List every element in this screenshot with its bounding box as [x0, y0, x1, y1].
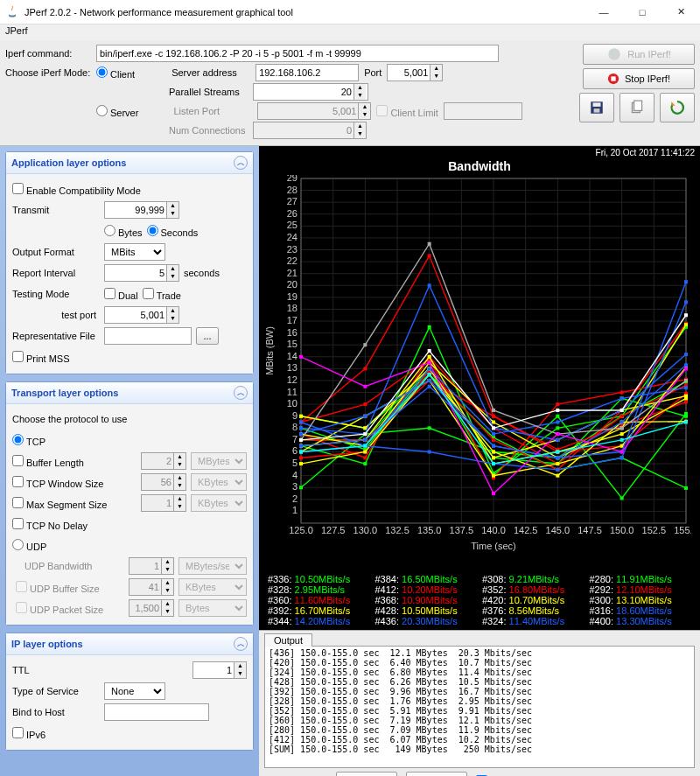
- svg-text:17: 17: [287, 315, 298, 325]
- dual-check[interactable]: Dual: [104, 288, 138, 301]
- tcp-win-check[interactable]: TCP Window Size: [12, 476, 103, 489]
- minimize-button[interactable]: —: [584, 0, 623, 24]
- svg-rect-104: [428, 325, 431, 329]
- output-textarea[interactable]: [436] 150.0-155.0 sec 12.1 MBytes 20.3 M…: [264, 646, 695, 768]
- svg-text:24: 24: [287, 232, 298, 242]
- bytes-radio[interactable]: Bytes: [104, 225, 143, 238]
- svg-rect-137: [299, 456, 303, 459]
- svg-text:152.5: 152.5: [642, 525, 667, 535]
- transport-header[interactable]: Transport layer options︿: [6, 382, 253, 404]
- svg-text:132.5: 132.5: [385, 525, 410, 535]
- svg-rect-193: [299, 462, 303, 465]
- svg-rect-254: [620, 409, 624, 412]
- ipv6-check[interactable]: IPv6: [12, 727, 46, 740]
- svg-rect-7: [634, 101, 642, 110]
- menu-jperf[interactable]: JPerf: [5, 25, 28, 36]
- svg-rect-241: [684, 379, 688, 382]
- bind-host-input[interactable]: [104, 703, 209, 721]
- svg-rect-114: [620, 496, 624, 500]
- close-button[interactable]: ✕: [662, 0, 700, 24]
- mode-client-radio[interactable]: Client: [96, 66, 135, 80]
- svg-text:16: 16: [287, 327, 298, 338]
- listen-port-spinner: ▲▼: [257, 102, 371, 120]
- svg-rect-258: [428, 373, 431, 376]
- svg-rect-191: [620, 432, 624, 436]
- svg-rect-116: [299, 486, 303, 489]
- udp-radio[interactable]: UDP: [12, 539, 46, 552]
- svg-rect-182: [492, 421, 495, 424]
- chart-legend: #336: 10.50MBits/s#384: 16.50MBits/s#308…: [259, 572, 700, 630]
- svg-rect-240: [620, 426, 624, 430]
- ip-header[interactable]: IP layer options︿: [6, 633, 253, 655]
- print-mss-check[interactable]: Print MSS: [12, 351, 70, 364]
- svg-rect-237: [428, 242, 431, 246]
- svg-rect-204: [556, 468, 559, 472]
- svg-text:18: 18: [287, 303, 298, 313]
- svg-rect-225: [556, 421, 559, 424]
- buf-len-check[interactable]: Buffer Length: [12, 455, 84, 468]
- rep-file-input[interactable]: [104, 327, 192, 345]
- svg-rect-103: [363, 462, 367, 465]
- tcp-radio[interactable]: TCP: [12, 434, 46, 447]
- out-fmt-select[interactable]: MBits: [104, 243, 165, 261]
- save-icon-button[interactable]: [579, 93, 614, 122]
- menubar[interactable]: JPerf: [0, 24, 700, 40]
- browse-button[interactable]: ...: [196, 327, 219, 345]
- parallel-spinner[interactable]: ▲▼: [253, 83, 368, 101]
- run-icon: [606, 46, 622, 62]
- svg-rect-220: [684, 280, 688, 283]
- svg-rect-223: [428, 367, 431, 370]
- svg-rect-192: [684, 396, 688, 400]
- restart-icon-button[interactable]: [660, 93, 695, 122]
- svg-rect-161: [492, 415, 495, 418]
- svg-rect-2: [611, 76, 615, 80]
- trade-check[interactable]: Trade: [143, 288, 181, 301]
- save-button[interactable]: Save: [336, 772, 397, 776]
- maximize-button[interactable]: □: [623, 0, 662, 24]
- seconds-radio[interactable]: Seconds: [147, 225, 199, 238]
- rep-int-spinner[interactable]: ▲▼: [104, 264, 179, 282]
- compat-check[interactable]: Enable Compatibility Mode: [12, 183, 141, 196]
- svg-rect-243: [363, 385, 367, 388]
- svg-rect-156: [620, 415, 624, 418]
- svg-text:11: 11: [287, 387, 298, 397]
- svg-rect-238: [492, 409, 495, 412]
- chevron-up-icon[interactable]: ︿: [234, 637, 248, 651]
- copy-icon-button[interactable]: [620, 93, 654, 122]
- svg-text:28: 28: [287, 185, 298, 195]
- server-address-input[interactable]: [256, 64, 359, 81]
- svg-rect-251: [428, 349, 431, 353]
- tos-select[interactable]: None: [104, 682, 165, 700]
- test-port-spinner[interactable]: ▲▼: [104, 306, 179, 324]
- port-spinner[interactable]: ▲▼: [387, 64, 443, 81]
- stop-iperf-button[interactable]: Stop IPerf!: [583, 68, 695, 89]
- svg-rect-232: [556, 456, 559, 459]
- ttl-spinner[interactable]: ▲▼: [192, 661, 247, 679]
- svg-rect-252: [492, 426, 495, 430]
- svg-rect-229: [363, 438, 367, 442]
- svg-text:26: 26: [287, 208, 298, 219]
- output-tab[interactable]: Output: [264, 633, 312, 647]
- svg-rect-244: [428, 361, 431, 365]
- svg-rect-194: [363, 450, 367, 453]
- chevron-up-icon[interactable]: ︿: [234, 156, 248, 170]
- mss-check[interactable]: Max Segment Size: [12, 497, 107, 510]
- server-address-label: Server address: [172, 67, 250, 78]
- num-conn-spinner: ▲▼: [253, 122, 367, 139]
- clear-now-button[interactable]: Clear now: [406, 772, 467, 776]
- svg-rect-136: [684, 400, 688, 403]
- out-fmt-label: Output Format: [12, 247, 100, 257]
- ip-panel: IP layer options︿ TTL ▲▼ Type of Service…: [5, 633, 254, 751]
- app-layer-header[interactable]: Application layer options︿: [6, 152, 253, 174]
- svg-rect-216: [428, 379, 431, 382]
- mode-server-radio[interactable]: Server: [96, 105, 138, 118]
- tcp-nodelay-check[interactable]: TCP No Delay: [12, 518, 88, 531]
- svg-rect-236: [363, 343, 367, 346]
- svg-rect-245: [492, 492, 495, 495]
- chevron-up-icon[interactable]: ︿: [234, 386, 248, 400]
- svg-rect-118: [428, 426, 431, 430]
- iperf-command-input[interactable]: [96, 45, 499, 62]
- svg-text:25: 25: [287, 220, 298, 230]
- choose-proto-label: Choose the protocol to use: [12, 414, 127, 424]
- transmit-spinner[interactable]: ▲▼: [104, 201, 179, 219]
